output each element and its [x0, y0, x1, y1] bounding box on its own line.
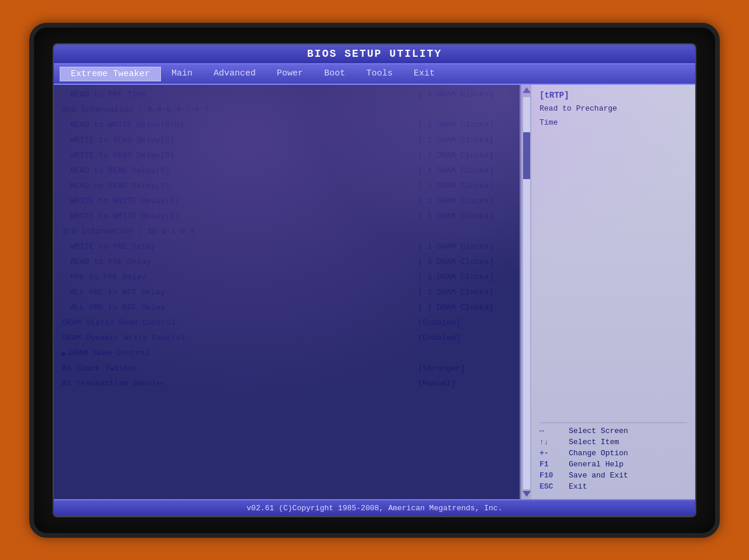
scrollbar-track [523, 97, 531, 490]
hotkey-save-exit: F10 Save and Exit [540, 471, 687, 480]
nav-exit[interactable]: Exit [403, 67, 445, 81]
row-3rd-info: 3rd Information : 18-6-1-8-8 [59, 224, 515, 239]
hotkey-esc: ESC [540, 482, 569, 491]
bios-title: BIOS SETUP UTILITY [307, 48, 442, 60]
row-ai-clock-twister[interactable]: Ai Clock Twister [Stronger] [59, 361, 515, 376]
row-read-read-d[interactable]: READ to READ Delay(D) [ 1 DRAM Clocks] [59, 178, 515, 194]
hotkey-arrows-lr: ↔ [540, 427, 569, 435]
info-line-2: Time [540, 118, 687, 128]
row-all-pre-ref[interactable]: ALL PRE to REF Delay [ 1 DRAM Clocks] [59, 300, 515, 315]
hotkey-arrows-ud: ↑↓ [540, 438, 569, 446]
row-2nd-info: 2nd Information : 8-4-6-4-7-4-7 [59, 102, 515, 118]
row-write-read-d[interactable]: WRITE to READ Delay(D) [ 1 DRAM Clocks] [59, 148, 515, 163]
nav-power[interactable]: Power [266, 67, 314, 81]
monitor: BIOS SETUP UTILITY Extreme Tweaker Main … [29, 23, 720, 538]
title-bar: BIOS SETUP UTILITY [54, 44, 695, 64]
nav-main[interactable]: Main [161, 67, 203, 81]
row-dram-skew[interactable]: ▶ DRAM Skew Control [59, 346, 515, 361]
nav-bar: Extreme Tweaker Main Advanced Power Boot… [54, 64, 695, 85]
left-panel: READ to PRE Time [ 1 DRAM Clocks] 2nd In… [54, 85, 521, 499]
hotkey-select-screen: ↔ Select Screen [540, 427, 687, 435]
hotkey-f1: F1 [540, 460, 569, 469]
hotkey-change-option: +- Change Option [540, 449, 687, 458]
screen: BIOS SETUP UTILITY Extreme Tweaker Main … [53, 43, 696, 517]
hotkey-f10: F10 [540, 471, 569, 480]
scrollbar[interactable] [521, 85, 531, 499]
row-read-pre-delay[interactable]: READ to PRE Delay [ 1 DRAM Clocks] [59, 255, 515, 270]
row-write-pre[interactable]: WRITE to PRE Delay [ 1 DRAM Clocks] [59, 239, 515, 255]
row-dram-static-read[interactable]: DRAM Static Read Control [Enabled] [59, 315, 515, 331]
hotkey-section: ↔ Select Screen ↑↓ Select Item +- Change… [540, 422, 687, 493]
hotkey-plus-minus: +- [540, 449, 569, 458]
scrollbar-up-arrow[interactable] [523, 87, 531, 93]
row-read-write-sd[interactable]: READ to WRITE Delay(S/D) [ 1 DRAM Clocks… [59, 118, 515, 133]
row-ai-transaction-booster[interactable]: Ai Transaction Booster [Manual] [59, 376, 515, 391]
nav-extreme-tweaker[interactable]: Extreme Tweaker [60, 67, 161, 81]
row-pre-pre[interactable]: PRE to PRE Delay [ 1 DRAM Clocks] [59, 270, 515, 285]
right-panel: [tRTP] Read to Precharge Time ↔ Select S… [531, 85, 695, 499]
submenu-arrow-icon: ▶ [62, 349, 67, 358]
scrollbar-down-arrow[interactable] [523, 491, 531, 497]
row-dram-dynamic-write[interactable]: DRAM Dynamic Write Control [Enabled] [59, 331, 515, 346]
row-all-pre-act[interactable]: ALL PRE to ACT Delay [ 1 DRAM Clocks] [59, 285, 515, 300]
row-read-pre-time[interactable]: READ to PRE Time [ 1 DRAM Clocks] [59, 87, 515, 102]
hotkey-exit: ESC Exit [540, 482, 687, 491]
row-write-write-d[interactable]: WRITE to WRITE Delay(D) [ 1 DRAM Clocks] [59, 209, 515, 224]
footer-bar: v02.61 (C)Copyright 1985-2008, American … [54, 499, 695, 516]
row-write-write-s[interactable]: WRITE to WRITE Delay(S) [ 1 DRAM Clocks] [59, 194, 515, 209]
info-title: [tRTP] [540, 91, 687, 100]
nav-advanced[interactable]: Advanced [203, 67, 266, 81]
content-area: READ to PRE Time [ 1 DRAM Clocks] 2nd In… [54, 85, 695, 499]
footer-text: v02.61 (C)Copyright 1985-2008, American … [247, 504, 503, 513]
row-read-read-s[interactable]: READ to READ Delay(S) [ 1 DRAM Clocks] [59, 163, 515, 178]
scrollbar-thumb[interactable] [523, 132, 530, 179]
row-write-read-s[interactable]: WRITE to READ Delay(S) [ 1 DRAM Clocks] [59, 133, 515, 148]
hotkey-general-help: F1 General Help [540, 460, 687, 469]
hotkey-select-item: ↑↓ Select Item [540, 438, 687, 446]
nav-boot[interactable]: Boot [314, 67, 356, 81]
nav-tools[interactable]: Tools [356, 67, 403, 81]
info-line-1: Read to Precharge [540, 104, 687, 114]
